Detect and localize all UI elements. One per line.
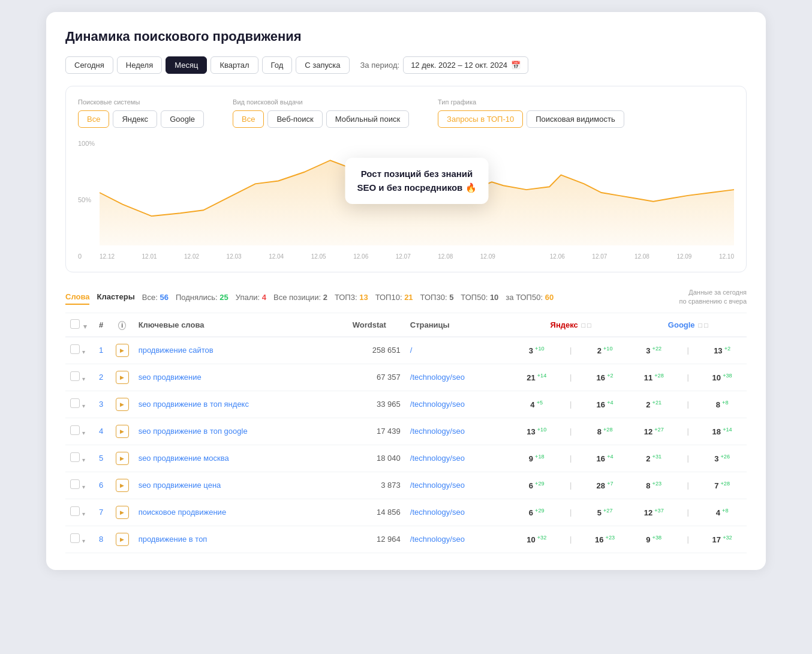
row-google-pos1: 9 +38: [629, 526, 678, 553]
row-num-link[interactable]: 2: [99, 373, 103, 382]
ct-visibility[interactable]: Поисковая видимость: [527, 110, 624, 128]
play-icon[interactable]: ▶: [116, 398, 129, 411]
row-checkbox[interactable]: [70, 425, 80, 435]
row-checkbox[interactable]: [70, 452, 80, 462]
play-icon[interactable]: ▶: [116, 371, 129, 384]
row-yandex-pos2: 2 +10: [581, 337, 630, 364]
period-today[interactable]: Сегодня: [65, 56, 113, 74]
google-delta: +21: [651, 401, 662, 409]
row-num-link[interactable]: 4: [99, 427, 103, 436]
row-num-link[interactable]: 1: [99, 346, 103, 355]
row-num-link[interactable]: 3: [99, 400, 103, 409]
row-expand-icon: ▾: [82, 376, 85, 382]
play-icon[interactable]: ▶: [116, 506, 129, 519]
google-pos2: 17: [712, 535, 721, 544]
x-label-1: 12.12: [100, 253, 115, 260]
st-all[interactable]: Все: [233, 110, 264, 128]
play-icon[interactable]: ▶: [116, 452, 129, 465]
play-icon[interactable]: ▶: [116, 533, 129, 546]
row-checkbox[interactable]: [70, 533, 80, 543]
period-year[interactable]: Год: [262, 56, 293, 74]
keyword-link[interactable]: seo продвижение в топ google: [139, 427, 248, 436]
yandex-delta2: +28: [602, 428, 613, 436]
google-delta: +31: [651, 455, 662, 463]
row-num-link[interactable]: 8: [99, 535, 103, 544]
yandex-delta: +32: [536, 536, 547, 544]
keyword-link[interactable]: продвижение в топ: [139, 535, 207, 544]
google-pos: 12: [644, 508, 652, 517]
chart-svg: [100, 140, 734, 245]
row-google-pos1: 11 +28: [629, 364, 678, 391]
th-pages: Страницы: [405, 313, 512, 337]
st-web[interactable]: Веб-поиск: [267, 110, 322, 128]
play-icon[interactable]: ▶: [116, 344, 129, 357]
row-yandex-pos1: 13 +10: [512, 418, 561, 445]
row-num-link[interactable]: 5: [99, 454, 103, 463]
row-google-pos2: 7 +28: [697, 472, 747, 499]
row-sep1: |: [561, 472, 581, 499]
row-google-pos2: 8 +8: [697, 391, 747, 418]
tab-words[interactable]: Слова: [65, 290, 89, 305]
keyword-link[interactable]: продвижение сайтов: [139, 346, 213, 355]
row-checkbox[interactable]: [70, 479, 80, 489]
ct-top10[interactable]: Запросы в ТОП-10: [438, 110, 523, 128]
period-since-launch[interactable]: С запуска: [296, 56, 349, 74]
tab-clusters[interactable]: Кластеры: [97, 290, 134, 305]
period-quarter[interactable]: Квартал: [210, 56, 258, 74]
row-page: /technology/seo: [405, 526, 512, 553]
period-month[interactable]: Месяц: [166, 56, 207, 74]
row-keyword: продвижение в топ: [134, 526, 333, 553]
chart-type-label: Тип графика: [438, 98, 624, 106]
chart-type-buttons: Запросы в ТОП-10 Поисковая видимость: [438, 110, 624, 128]
chart-svg-wrapper: Рост позиций без знаний SEO и без посред…: [100, 140, 734, 245]
th-info: i: [111, 313, 134, 337]
ss-all[interactable]: Все: [78, 110, 109, 128]
play-icon[interactable]: ▶: [116, 479, 129, 492]
table-row: ▾ 8 ▶ продвижение в топ 12 964 /technolo…: [65, 526, 747, 553]
x-label-5: 12.04: [269, 253, 284, 260]
th-yandex: Яндекс □ □: [512, 313, 630, 337]
date-range-text: 12 дек. 2022 – 12 окт. 2024: [411, 61, 507, 70]
keyword-link[interactable]: seo продвижение цена: [139, 481, 221, 490]
row-checkbox-cell: ▾: [65, 391, 92, 418]
x-label-6: 12.05: [311, 253, 326, 260]
date-range-button[interactable]: 12 дек. 2022 – 12 окт. 2024 📅: [403, 56, 528, 74]
row-checkbox[interactable]: [70, 344, 80, 354]
th-google: Google □ □: [629, 313, 747, 337]
row-num: 3: [92, 391, 111, 418]
select-all-checkbox[interactable]: [70, 319, 80, 329]
x-label-16: 12.10: [719, 253, 734, 260]
yandex-delta: +10: [536, 428, 547, 436]
ss-yandex[interactable]: Яндекс: [113, 110, 157, 128]
x-label-10: 12.09: [480, 253, 495, 260]
row-checkbox[interactable]: [70, 371, 80, 381]
yandex-pos: 4: [530, 400, 534, 409]
row-num-link[interactable]: 6: [99, 481, 103, 490]
ss-google[interactable]: Google: [161, 110, 204, 128]
row-yandex-pos1: 10 +32: [512, 526, 561, 553]
row-sep1: |: [561, 418, 581, 445]
keyword-link[interactable]: seo продвижение в топ яндекс: [139, 400, 249, 409]
play-icon[interactable]: ▶: [116, 425, 129, 438]
search-systems-label: Поисковые системы: [78, 98, 204, 106]
row-checkbox-cell: ▾: [65, 499, 92, 526]
row-yandex-pos1: 3 +10: [512, 337, 561, 364]
google-delta: +27: [652, 428, 664, 436]
keyword-link[interactable]: поисковое продвижение: [139, 508, 227, 517]
row-yandex-pos1: 9 +18: [512, 445, 561, 472]
row-sep1: |: [561, 499, 581, 526]
period-week[interactable]: Неделя: [117, 56, 162, 74]
google-pos: 12: [644, 427, 652, 436]
google-delta2: +2: [723, 347, 731, 355]
row-checkbox[interactable]: [70, 398, 80, 408]
row-checkbox[interactable]: [70, 506, 80, 516]
stats-all: Все: 56: [142, 293, 169, 302]
row-num-link[interactable]: 7: [99, 508, 103, 517]
x-label-13: 12.07: [592, 253, 607, 260]
chart-type-group: Тип графика Запросы в ТОП-10 Поисковая в…: [438, 98, 624, 128]
row-sep2: |: [678, 445, 697, 472]
st-mobile[interactable]: Мобильный поиск: [326, 110, 409, 128]
keyword-link[interactable]: seo продвижение: [139, 373, 202, 382]
stats-top30: ТОП30: 5: [420, 293, 454, 302]
keyword-link[interactable]: seo продвижение москва: [139, 454, 229, 463]
